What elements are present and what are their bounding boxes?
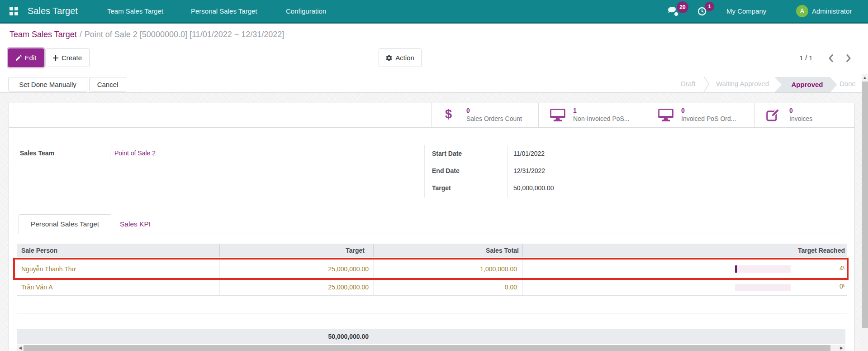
stat-separator <box>647 103 647 127</box>
table-bottom-border <box>17 313 847 313</box>
state-waiting-approved[interactable]: Waiting Approved <box>716 80 769 87</box>
row2-target[interactable]: 25,000,000.00 <box>271 284 369 291</box>
sales-team-label: Sales Team <box>20 149 54 157</box>
row2-progressbar <box>735 284 791 291</box>
stat-separator <box>754 103 755 127</box>
field-separator <box>507 146 508 197</box>
pencil-icon <box>16 55 22 61</box>
target-value[interactable]: 50,000,000.00 <box>513 184 554 192</box>
pager-previous-icon[interactable] <box>828 54 834 63</box>
start-date-value[interactable]: 11/01/2022 <box>513 150 545 158</box>
col-sales-total[interactable]: Sales Total <box>425 244 519 257</box>
dollar-icon[interactable]: $ <box>445 107 452 121</box>
sales-orders-count-label[interactable]: Sales Orders Count <box>466 115 522 123</box>
invoices-label[interactable]: Invoices <box>789 115 812 123</box>
create-button[interactable]: Create <box>45 48 90 67</box>
action-button-label: Action <box>395 54 414 62</box>
scroll-up-icon[interactable]: ▲ <box>862 75 868 81</box>
end-date-label: End Date <box>432 167 460 175</box>
menu-configuration[interactable]: Configuration <box>286 0 326 22</box>
header-separator <box>522 244 523 257</box>
scroll-right-icon[interactable]: ▶ <box>839 345 844 351</box>
field-separator <box>110 146 110 161</box>
gear-icon <box>386 55 392 61</box>
state-separator-icon <box>704 77 710 92</box>
header-separator <box>219 244 220 257</box>
highlight-rectangle <box>13 258 849 280</box>
sales-team-value[interactable]: Point of Sale 2 <box>114 149 156 157</box>
set-done-manually-button[interactable]: Set Done Manually <box>8 77 87 91</box>
non-invoiced-pos-label[interactable]: Non-Invoiced PoS... <box>573 115 630 123</box>
monitor-icon[interactable] <box>658 109 674 121</box>
app-name[interactable]: Sales Target <box>28 0 78 22</box>
top-navbar: Sales Target Team Sales Target Personal … <box>0 0 868 24</box>
col-sale-person[interactable]: Sale Person <box>21 244 57 257</box>
invoiced-pos-label[interactable]: Invoiced PoS Ord... <box>681 115 736 123</box>
stat-separator <box>538 103 539 127</box>
edit-button[interactable]: Edit <box>8 48 44 67</box>
company-switcher[interactable]: My Company <box>726 0 766 22</box>
start-date-label: Start Date <box>432 150 462 158</box>
breadcrumb-parent[interactable]: Team Sales Target <box>9 30 77 39</box>
stat-separator <box>431 103 432 127</box>
cancel-button[interactable]: Cancel <box>89 77 126 91</box>
sales-orders-count-value[interactable]: 0 <box>466 107 470 114</box>
state-approved[interactable]: Approved <box>774 77 837 92</box>
row2-sales-total[interactable]: 0.00 <box>421 284 517 291</box>
end-date-value[interactable]: 12/31/2022 <box>513 167 545 175</box>
invoices-value[interactable]: 0 <box>789 107 793 114</box>
apps-menu-icon[interactable] <box>9 7 18 15</box>
create-button-label: Create <box>62 54 82 62</box>
avatar[interactable]: A <box>796 5 808 17</box>
col-target[interactable]: Target <box>271 244 365 257</box>
row-separator <box>17 295 847 296</box>
horizontal-scrollbar-thumb[interactable] <box>24 345 830 351</box>
group-separator <box>424 145 425 197</box>
tab-sales-kpi[interactable]: Sales KPI <box>120 214 151 234</box>
breadcrumb-separator: / <box>77 30 85 39</box>
edit-button-label: Edit <box>25 54 37 62</box>
activities-badge[interactable]: 1 <box>705 2 714 11</box>
invoiced-pos-value[interactable]: 0 <box>681 107 685 114</box>
pager-counter: 1 / 1 <box>792 48 820 67</box>
plus-icon <box>53 55 58 61</box>
messages-badge[interactable]: 20 <box>677 1 688 13</box>
target-label: Target <box>432 184 451 192</box>
vertical-scrollbar-thumb[interactable] <box>862 82 868 328</box>
non-invoiced-pos-value[interactable]: 1 <box>573 107 577 114</box>
monitor-icon[interactable] <box>550 109 565 121</box>
row2-sale-person[interactable]: Trần Văn A <box>21 284 53 291</box>
stat-box-divider <box>9 127 854 128</box>
menu-team-sales-target[interactable]: Team Sales Target <box>107 0 163 22</box>
breadcrumb: Team Sales Target/Point of Sale 2 [50000… <box>9 30 284 39</box>
header-separator <box>373 244 374 257</box>
row2-target-reached[interactable]: 0% <box>840 283 844 291</box>
state-done[interactable]: Done <box>840 80 856 87</box>
col-target-reached[interactable]: Target Reached <box>746 244 845 257</box>
user-menu[interactable]: Administrator <box>812 0 852 22</box>
breadcrumb-current: Point of Sale 2 [50000000.0] [11/01/2022… <box>85 30 285 39</box>
action-button[interactable]: Action <box>379 48 422 67</box>
total-target-value: 50,000,000.00 <box>219 329 369 344</box>
total-row <box>17 329 845 344</box>
tab-personal-sales-target[interactable]: Personal Sales Target <box>19 214 111 234</box>
edit-square-icon[interactable] <box>766 108 780 122</box>
scroll-left-icon[interactable]: ◀ <box>17 345 23 351</box>
pager-next-icon[interactable] <box>845 54 852 63</box>
state-draft[interactable]: Draft <box>681 80 696 87</box>
menu-personal-sales-target[interactable]: Personal Sales Target <box>191 0 257 22</box>
